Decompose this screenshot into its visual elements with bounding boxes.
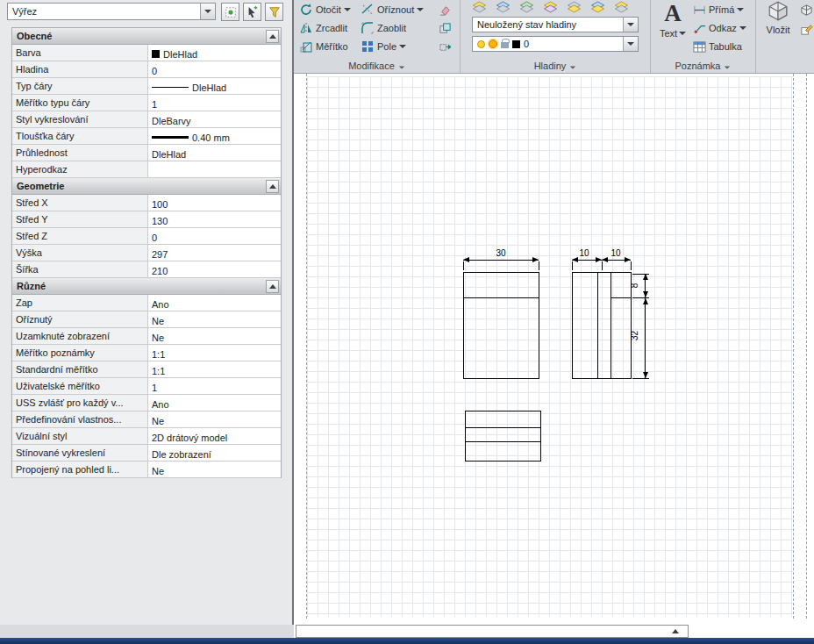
- collapse-up-icon[interactable]: [266, 280, 279, 293]
- quick-select-icon: [268, 6, 281, 18]
- property-value[interactable]: DleBarvy: [148, 111, 281, 127]
- property-value[interactable]: DleHlad: [148, 45, 281, 61]
- layer-color-swatch-icon[interactable]: [512, 40, 520, 48]
- property-value[interactable]: 297: [148, 245, 281, 261]
- linear-dimension-button[interactable]: Přímá: [693, 1, 744, 18]
- dropdown-arrow-icon[interactable]: [623, 37, 638, 51]
- pickadd-toggle-button[interactable]: [221, 3, 239, 21]
- trim-button[interactable]: Oříznout: [361, 1, 424, 18]
- rotate-button[interactable]: Otočit: [299, 1, 351, 18]
- drawing-rectangle-b[interactable]: [572, 272, 632, 379]
- rect-b-inner-hline[interactable]: [611, 297, 631, 298]
- property-value[interactable]: 0.40 mm: [148, 128, 281, 144]
- property-value[interactable]: 1:1: [148, 361, 281, 377]
- property-value[interactable]: Dle zobrazení: [148, 445, 281, 461]
- property-value[interactable]: [148, 161, 281, 177]
- property-value[interactable]: 210: [148, 261, 281, 277]
- freeze-layer-icon[interactable]: [590, 1, 606, 14]
- dropdown-arrow-icon[interactable]: [200, 4, 215, 19]
- create-block-button[interactable]: [798, 3, 814, 18]
- property-value[interactable]: Ano: [148, 295, 281, 311]
- property-value[interactable]: DleHlad: [148, 78, 281, 94]
- property-value[interactable]: Ne: [148, 311, 281, 327]
- canvas-bottom-area: [294, 619, 814, 638]
- property-value[interactable]: Ne: [148, 411, 281, 427]
- property-value[interactable]: Ne: [148, 462, 281, 477]
- expand-up-icon[interactable]: [672, 629, 679, 633]
- section-header-1[interactable]: Geometrie: [12, 178, 281, 195]
- lock-layer-icon[interactable]: [614, 1, 630, 14]
- dimension-text-30[interactable]: 30: [489, 248, 513, 258]
- dropdown-arrow-icon[interactable]: [623, 18, 638, 32]
- erase-button[interactable]: [437, 2, 453, 18]
- set-current-layer-icon[interactable]: [472, 1, 488, 14]
- quick-select-button[interactable]: [265, 3, 283, 21]
- select-objects-button[interactable]: [243, 3, 261, 21]
- property-value[interactable]: 130: [148, 211, 281, 227]
- layer-select[interactable]: 0: [472, 36, 639, 52]
- command-line-collapsed-bar[interactable]: [296, 625, 689, 638]
- extension-line: [632, 378, 649, 379]
- annotate-panel-label[interactable]: Poznámka: [651, 59, 755, 74]
- rect-b-inner-vline[interactable]: [610, 273, 611, 378]
- drawing-rectangle-a[interactable]: [463, 272, 539, 379]
- section-header-0[interactable]: Obecné: [12, 28, 281, 45]
- dimension-line[interactable]: [463, 260, 539, 261]
- layer-on-bulb-icon[interactable]: [477, 40, 485, 48]
- scale-button[interactable]: Měřítko: [299, 38, 348, 55]
- copy-button[interactable]: [437, 20, 453, 36]
- section-title: Různé: [17, 281, 46, 291]
- previous-layer-icon[interactable]: [519, 1, 535, 14]
- match-layer-icon[interactable]: [496, 1, 511, 14]
- property-value[interactable]: 100: [148, 195, 281, 211]
- insert-block-button[interactable]: Vložit: [760, 0, 796, 56]
- rect-c-inner-line[interactable]: [466, 427, 540, 428]
- rect-b-inner-vline[interactable]: [597, 273, 598, 378]
- property-value[interactable]: 1: [148, 378, 281, 394]
- section-header-2[interactable]: Různé: [12, 278, 281, 295]
- object-type-value: Výřez: [12, 6, 37, 17]
- object-type-select[interactable]: Výřez: [7, 3, 216, 20]
- dimension-text-32[interactable]: 32: [630, 331, 639, 340]
- property-value[interactable]: Ano: [148, 395, 281, 411]
- layer-thaw-sun-icon[interactable]: [489, 39, 497, 48]
- layer-unlock-icon[interactable]: [501, 42, 509, 48]
- edit-block-button[interactable]: [798, 21, 814, 37]
- stretch-button[interactable]: [437, 39, 453, 54]
- unisolate-layer-icon[interactable]: [567, 1, 582, 14]
- isolate-layer-icon[interactable]: [543, 1, 559, 14]
- property-value[interactable]: 2D drátový model: [148, 428, 281, 444]
- property-value[interactable]: Ne: [148, 328, 281, 344]
- property-label: Měřítko poznámky: [12, 345, 148, 361]
- collapse-up-icon[interactable]: [266, 180, 279, 193]
- modify-panel-label[interactable]: Modifikace: [294, 59, 460, 74]
- table-button[interactable]: Tabulka: [693, 38, 742, 55]
- leader-button[interactable]: Odkaz: [693, 19, 746, 37]
- dimension-text-8[interactable]: 8: [630, 283, 639, 289]
- property-value[interactable]: 1:1: [148, 345, 281, 361]
- drawing-canvas[interactable]: 30 10 10 8 32: [294, 74, 814, 619]
- property-value-text: 0.40 mm: [192, 132, 230, 143]
- dim-arrow-icon: [643, 291, 648, 297]
- property-value[interactable]: 1: [148, 95, 281, 111]
- property-value-text: Ne: [152, 316, 164, 326]
- rect-a-inner-line[interactable]: [464, 297, 539, 298]
- layer-state-select[interactable]: Neuložený stav hladiny: [472, 17, 639, 32]
- table-icon: [693, 40, 706, 54]
- fillet-button[interactable]: Zaoblit: [361, 19, 406, 37]
- text-button[interactable]: A Text: [656, 0, 689, 56]
- palette-sections: ObecnéBarvaDleHladHladina0Typ čáryDleHla…: [11, 27, 282, 478]
- mirror-button[interactable]: Zrcadlit: [299, 19, 347, 37]
- property-value[interactable]: 0: [148, 61, 281, 77]
- vertical-dimension-line[interactable]: [645, 274, 646, 378]
- copy-icon: [439, 22, 452, 35]
- array-button[interactable]: Pole: [361, 38, 406, 55]
- rotate-icon: [299, 3, 313, 17]
- collapse-up-icon[interactable]: [266, 30, 279, 43]
- property-value[interactable]: 0: [148, 228, 281, 244]
- layers-panel-label[interactable]: Hladiny: [461, 59, 650, 74]
- property-value[interactable]: DleHlad: [148, 145, 281, 161]
- rect-c-inner-line[interactable]: [466, 441, 540, 442]
- drawing-rectangle-c[interactable]: [465, 411, 541, 462]
- chevron-down-icon: [417, 8, 424, 11]
